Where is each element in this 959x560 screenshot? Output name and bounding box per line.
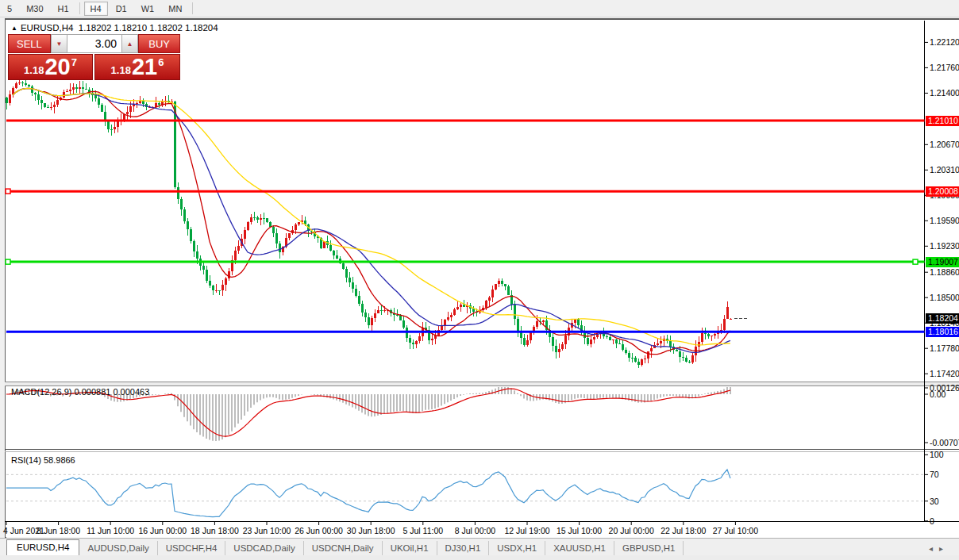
timeframe-toolbar: 5M30H1H4D1W1MN — [0, 0, 959, 17]
symbol-tab-USDCNH[interactable]: USDCNH,Daily — [304, 541, 383, 556]
macd-name: MACD(12,26,9) — [11, 387, 71, 397]
sell-price-big: 20 — [44, 56, 70, 79]
buy-price-big: 21 — [132, 56, 157, 79]
symbol-tab-DJ30[interactable]: DJ30,H1 — [437, 541, 490, 556]
sell-button[interactable]: SELL — [8, 34, 51, 53]
timeframe-button-H1[interactable]: H1 — [52, 2, 75, 16]
chart-symbol-label: EURUSD,H4 — [21, 23, 73, 33]
symbol-tab-UKOil[interactable]: UKOil,H1 — [383, 541, 437, 556]
symbol-collapse-icon[interactable]: ▲ — [11, 25, 17, 32]
timeframe-button-5[interactable]: 5 — [1, 2, 18, 16]
volume-input[interactable] — [67, 34, 121, 53]
tab-scroll-arrows[interactable]: ◂▸ — [929, 544, 949, 553]
tab-scroll-left-icon[interactable]: ◂ — [929, 544, 939, 553]
symbol-tab-USDCAD[interactable]: USDCAD,Daily — [225, 541, 303, 556]
chevron-up-icon: ▲ — [127, 40, 133, 48]
rsi-value: 58.9866 — [44, 455, 75, 465]
one-click-trade-panel: SELL ▼ ▲ BUY 1.18 20 7 1.18 21 6 — [8, 34, 180, 80]
chevron-down-icon: ▼ — [56, 40, 62, 48]
timeframe-button-MN[interactable]: MN — [162, 2, 188, 16]
trade-panel-controls: SELL ▼ ▲ BUY — [8, 34, 180, 53]
buy-button[interactable]: BUY — [138, 34, 180, 53]
macd-values: 0.000881 0.000463 — [74, 387, 149, 397]
trade-panel-quotes: 1.18 20 7 1.18 21 6 — [8, 54, 180, 80]
status-strip — [0, 555, 959, 560]
volume-decrease-button[interactable]: ▼ — [51, 34, 67, 53]
timeframe-button-W1[interactable]: W1 — [135, 2, 161, 16]
trading-terminal-window: 5M30H1H4D1W1MN ▲EURUSD,H4 1.18202 1.1821… — [0, 0, 959, 560]
ohlc-values: 1.18202 1.18210 1.18202 1.18204 — [79, 23, 218, 33]
chart-canvas[interactable] — [0, 0, 959, 560]
timeframe-button-M30[interactable]: M30 — [20, 2, 49, 16]
volume-increase-button[interactable]: ▲ — [121, 34, 138, 53]
buy-price-prefix: 1.18 — [111, 64, 131, 76]
buy-price-quote[interactable]: 1.18 21 6 — [94, 54, 180, 80]
symbol-tab-USDX[interactable]: USDX,H1 — [489, 541, 545, 556]
sell-price-pip: 7 — [71, 56, 77, 68]
buy-price-pip: 6 — [158, 56, 164, 68]
rsi-indicator-label: RSI(14) 58.9866 — [11, 455, 75, 465]
symbol-tab-USDCHF[interactable]: USDCHF,H4 — [158, 541, 226, 556]
symbol-tab-XAUUSD[interactable]: XAUUSD,H1 — [545, 541, 614, 556]
tab-scroll-right-icon[interactable]: ▸ — [939, 544, 949, 553]
macd-indicator-label: MACD(12,26,9) 0.000881 0.000463 — [11, 387, 149, 397]
toolbar-separator — [79, 2, 80, 14]
rsi-name: RSI(14) — [11, 455, 41, 465]
sell-price-prefix: 1.18 — [24, 64, 44, 76]
sell-price-quote[interactable]: 1.18 20 7 — [8, 54, 93, 80]
toolbar-separator — [192, 2, 193, 14]
chart-ohlc-header: ▲EURUSD,H4 1.18202 1.18210 1.18202 1.182… — [11, 23, 218, 33]
symbol-tab-GBPUSD[interactable]: GBPUSD,H1 — [614, 541, 684, 556]
timeframe-button-D1[interactable]: D1 — [110, 2, 133, 16]
symbol-tab-EURUSD[interactable]: EURUSD,H4 — [6, 539, 79, 556]
symbol-tab-AUDUSD[interactable]: AUDUSD,Daily — [79, 541, 157, 556]
timeframe-button-H4[interactable]: H4 — [84, 2, 108, 16]
symbol-tab-bar: EURUSD,H4AUDUSD,DailyUSDCHF,H4USDCAD,Dai… — [0, 538, 959, 556]
